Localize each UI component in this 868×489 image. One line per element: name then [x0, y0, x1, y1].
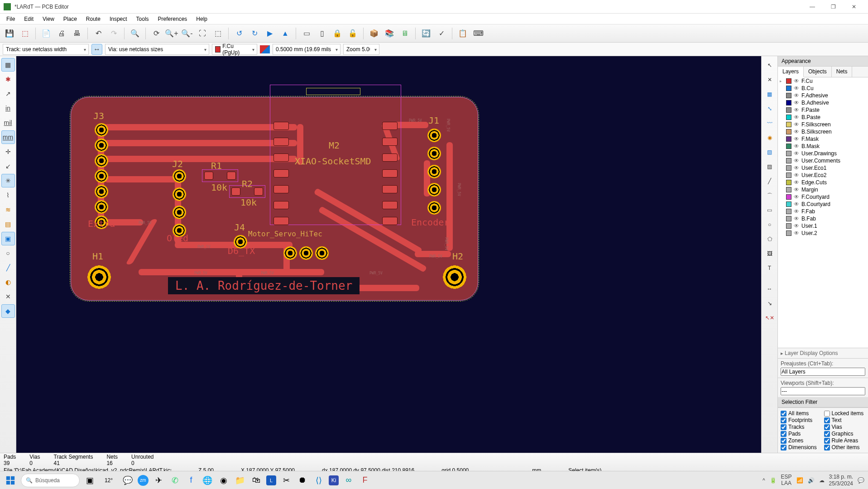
menu-place[interactable]: Place [59, 15, 82, 23]
viewports-select[interactable] [781, 387, 865, 395]
track-display-icon[interactable]: ╱ [1, 261, 15, 274]
filter-footprints[interactable]: Footprints [781, 417, 822, 423]
clock[interactable]: 3:18 p. m.25/3/2024 [829, 474, 853, 487]
presets-select[interactable] [781, 368, 865, 376]
taskbar-search[interactable]: 🔍Búsqueda [21, 474, 80, 487]
show-ratsnest-icon[interactable]: ✳ [1, 174, 15, 187]
pcb-canvas[interactable]: 1 1 J3 J2 J1 J4 R1 R2 10k 10k M2 XIAO-So… [16, 56, 761, 453]
delete-icon[interactable]: ↖✕ [763, 311, 777, 325]
layer-display-options[interactable]: ▸ Layer Display Options [778, 348, 868, 358]
route-track-icon[interactable]: ⤡ [763, 101, 777, 116]
layer-row-f-fab[interactable]: 👁F.Fab [778, 208, 868, 215]
pad-display-icon[interactable]: ▣ [1, 232, 15, 245]
draw-line-icon[interactable]: ╱ [763, 174, 777, 188]
zoom-fit-icon[interactable]: ⛶ [196, 27, 209, 40]
layer-row-user-2[interactable]: 👁User.2 [778, 230, 868, 237]
app-arduino-icon[interactable]: ∞ [342, 474, 355, 487]
refresh-icon[interactable]: ⟳ [149, 27, 163, 40]
add-zone-icon[interactable]: ▧ [763, 145, 777, 159]
rotate-ccw-icon[interactable]: ↺ [232, 27, 246, 40]
layers-manager-icon[interactable]: ◆ [1, 304, 15, 318]
wifi-icon[interactable]: 📶 [796, 477, 803, 484]
menu-help[interactable]: Help [192, 15, 212, 23]
tab-nets[interactable]: Nets [832, 67, 853, 77]
always-show-cursor-icon[interactable]: ↙ [1, 159, 15, 173]
find-icon[interactable]: 🔍 [128, 27, 142, 40]
drc-icon[interactable]: ✓ [435, 27, 448, 40]
layer-row-f-mask[interactable]: 👁F.Mask [778, 135, 868, 143]
menu-inspect[interactable]: Inspect [105, 15, 132, 23]
net-highlight-icon[interactable]: ≋ [1, 203, 15, 216]
page-settings-icon[interactable]: 📄 [39, 27, 53, 40]
select-tool-icon[interactable]: ↖ [763, 58, 777, 72]
units-mm-icon[interactable]: mm [1, 130, 15, 144]
weather-widget[interactable]: 12° [100, 474, 118, 487]
lock-icon[interactable]: 🔒 [331, 27, 344, 40]
curved-ratsnest-icon[interactable]: ⌇ [1, 188, 15, 202]
filter-zones[interactable]: Zones [781, 437, 822, 444]
zoom-in-icon[interactable]: 🔍+ [165, 27, 178, 40]
via-size-select[interactable] [105, 44, 209, 55]
layer-row-user-eco1[interactable]: 👁User.Eco1 [778, 164, 868, 172]
layer-row-f-cu[interactable]: ▸👁F.Cu [778, 77, 868, 85]
app-edge-icon[interactable]: 🌐 [201, 474, 214, 487]
add-rule-area-icon[interactable]: ▨ [763, 159, 777, 174]
volume-icon[interactable]: 🔊 [808, 477, 815, 484]
app-flatcam-icon[interactable]: F [359, 474, 371, 487]
footprint-browser-icon[interactable]: 📚 [383, 27, 396, 40]
active-layer-select[interactable]: F.Cu (PgUp) [212, 44, 257, 55]
add-dimension-icon[interactable]: ↔ [763, 282, 777, 296]
draw-rect-icon[interactable]: ▭ [763, 203, 777, 217]
layer-row-f-paste[interactable]: 👁F.Paste [778, 106, 868, 114]
draw-circle-icon[interactable]: ○ [763, 217, 777, 232]
redo-icon[interactable]: ↷ [107, 27, 120, 40]
tab-objects[interactable]: Objects [804, 67, 832, 77]
contrast-mode-icon[interactable]: ✕ [1, 290, 15, 303]
filter-text[interactable]: Text [824, 417, 866, 423]
filter-graphics[interactable]: Graphics [824, 431, 866, 437]
track-mode-icon[interactable]: ↔ [91, 44, 102, 55]
layer-row-f-adhesive[interactable]: 👁F.Adhesive [778, 92, 868, 99]
ungroup-icon[interactable]: ▯ [315, 27, 329, 40]
layer-row-b-silkscreen[interactable]: 👁B.Silkscreen [778, 128, 868, 135]
plot-icon[interactable]: 🖶 [70, 27, 84, 40]
layer-row-user-eco2[interactable]: 👁User.Eco2 [778, 172, 868, 179]
zoom-out-icon[interactable]: 🔍- [180, 27, 194, 40]
zoom-selection-icon[interactable]: ⬚ [211, 27, 225, 40]
filter-locked-items[interactable]: Locked items [824, 410, 866, 417]
filter-pads[interactable]: Pads [781, 431, 822, 437]
mirror-v-icon[interactable]: ▲ [278, 27, 292, 40]
rotate-cw-icon[interactable]: ↻ [248, 27, 261, 40]
maximize-button[interactable]: ❐ [823, 0, 844, 14]
unlock-icon[interactable]: 🔓 [346, 27, 360, 40]
layer-list[interactable]: ▸👁F.Cu👁B.Cu👁F.Adhesive👁B.Adhesive👁F.Past… [778, 77, 868, 348]
draw-arc-icon[interactable]: ⌒ [763, 188, 777, 203]
layer-row-b-courtyard[interactable]: 👁B.Courtyard [778, 201, 868, 208]
layer-row-b-cu[interactable]: 👁B.Cu [778, 85, 868, 92]
tab-layers[interactable]: Layers [778, 67, 804, 77]
3d-viewer-icon[interactable]: 🖥 [398, 27, 412, 40]
layer-row-b-paste[interactable]: 👁B.Paste [778, 114, 868, 121]
tray-chevron-icon[interactable]: ^ [762, 477, 765, 484]
app-explorer-icon[interactable]: 📁 [234, 474, 246, 487]
menu-file[interactable]: File [2, 15, 19, 23]
layer-row-user-drawings[interactable]: 👁User.Drawings [778, 150, 868, 157]
app-chrome-icon[interactable]: ◉ [217, 474, 230, 487]
via-display-icon[interactable]: ○ [1, 246, 15, 260]
set-origin-icon[interactable]: ↘ [763, 296, 777, 311]
layer-row-margin[interactable]: 👁Margin [778, 186, 868, 193]
layer-row-user-1[interactable]: 👁User.1 [778, 222, 868, 230]
notifications-icon[interactable]: 💬 [858, 477, 864, 484]
app-word-icon[interactable]: L [266, 475, 276, 485]
units-inch-icon[interactable]: in [1, 101, 15, 115]
footprint-editor-icon[interactable]: 📦 [367, 27, 381, 40]
menu-route[interactable]: Route [82, 15, 105, 23]
route-diff-icon[interactable]: 〰 [763, 116, 777, 130]
highlight-net-icon[interactable]: ▦ [763, 87, 777, 101]
app-zoom-icon[interactable]: zm [138, 475, 149, 486]
add-image-icon[interactable]: 🖼 [763, 246, 777, 261]
save-icon[interactable]: 💾 [3, 27, 16, 40]
filter-vias[interactable]: Vias [824, 424, 866, 430]
add-via-icon[interactable]: ◉ [763, 130, 777, 145]
task-view-icon[interactable]: ▣ [83, 474, 96, 487]
